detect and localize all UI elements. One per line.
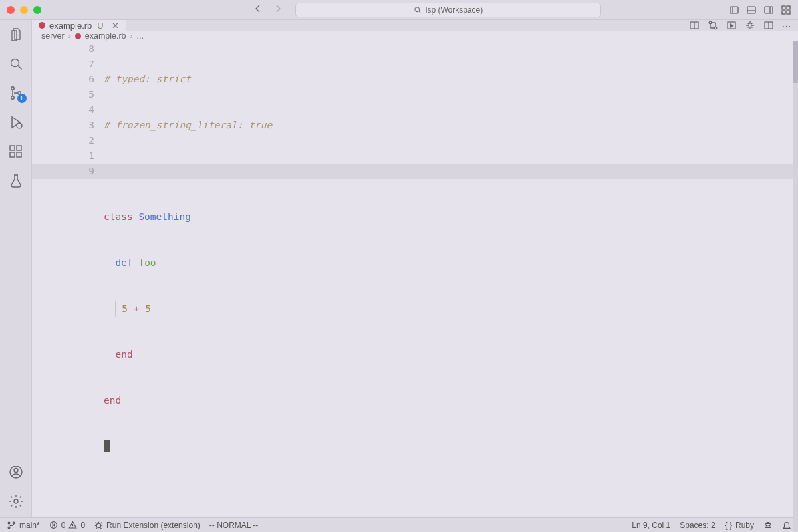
svg-point-8 (11, 59, 19, 67)
svg-point-10 (11, 96, 13, 99)
chevron-right-icon: › (68, 31, 71, 41)
command-center-text: lsp (Workspace) (426, 5, 483, 15)
accounts-icon[interactable] (8, 464, 24, 480)
search-activity-icon[interactable] (8, 56, 24, 72)
layout-bottom-icon[interactable] (746, 5, 757, 15)
ruby-file-icon (39, 22, 45, 29)
svg-rect-13 (10, 146, 15, 150)
layout-right-icon[interactable] (763, 5, 774, 15)
tab-filename: example.rb (49, 21, 92, 31)
window-controls (7, 6, 41, 14)
svg-point-25 (8, 522, 10, 524)
svg-rect-3 (765, 7, 773, 13)
more-actions-icon[interactable]: ··· (782, 21, 791, 31)
svg-rect-1 (730, 7, 738, 13)
source-control-icon[interactable]: 1 (8, 85, 24, 101)
svg-point-27 (13, 522, 15, 524)
svg-point-22 (714, 27, 717, 29)
activity-bar: 1 (0, 20, 32, 517)
git-compare-icon[interactable] (708, 20, 718, 31)
explorer-icon[interactable] (8, 27, 24, 43)
tab-modified-marker: U (97, 21, 103, 31)
breadcrumb-root[interactable]: server (41, 31, 65, 41)
svg-rect-5 (787, 6, 790, 9)
svg-point-0 (415, 7, 420, 11)
ruby-file-icon (75, 33, 81, 39)
minimap[interactable] (793, 41, 798, 531)
svg-rect-4 (782, 6, 785, 9)
split-editor-icon[interactable] (763, 20, 774, 31)
block-cursor (104, 440, 110, 452)
layout-left-icon[interactable] (729, 5, 739, 15)
scrollbar-thumb[interactable] (793, 41, 798, 83)
editor-area: example.rb U ✕ ··· server › example.rb ›… (32, 20, 798, 517)
settings-gear-icon[interactable] (8, 493, 24, 509)
extensions-icon[interactable] (8, 144, 24, 160)
nav-forward-icon[interactable] (273, 3, 283, 16)
svg-point-19 (14, 499, 18, 503)
code-content[interactable]: # typed: strict # frozen_string_literal:… (104, 41, 793, 531)
titlebar: lsp (Workspace) (0, 0, 798, 20)
breadcrumb-file[interactable]: example.rb (85, 31, 126, 41)
testing-icon[interactable] (8, 173, 24, 189)
scm-badge: 1 (17, 94, 27, 103)
svg-rect-15 (17, 152, 21, 157)
tab-bar: example.rb U ✕ ··· (32, 20, 798, 31)
branch-icon (7, 521, 16, 530)
chevron-right-icon: › (130, 31, 133, 41)
breadcrumbs[interactable]: server › example.rb › ... (32, 31, 798, 41)
svg-point-18 (14, 469, 18, 473)
compare-changes-icon[interactable] (689, 20, 700, 31)
maximize-window-icon[interactable] (33, 6, 41, 14)
run-debug-icon[interactable] (8, 114, 24, 130)
search-icon (414, 6, 422, 14)
run-file-icon[interactable] (726, 20, 737, 31)
svg-point-9 (11, 87, 13, 90)
svg-rect-16 (17, 146, 21, 150)
svg-rect-2 (747, 7, 755, 13)
command-center[interactable]: lsp (Workspace) (295, 3, 601, 17)
svg-point-21 (709, 21, 712, 24)
breadcrumb-tail[interactable]: ... (137, 31, 144, 41)
close-window-icon[interactable] (7, 6, 15, 14)
tab-close-icon[interactable]: ✕ (112, 21, 119, 31)
svg-rect-6 (782, 11, 785, 14)
nav-back-icon[interactable] (253, 3, 263, 16)
tab-example-rb[interactable]: example.rb U ✕ (32, 20, 126, 31)
code-editor[interactable]: 876 543 219 # typed: strict # frozen_str… (32, 41, 798, 531)
svg-rect-7 (787, 11, 790, 14)
sparkle-icon[interactable] (745, 20, 755, 31)
svg-rect-14 (10, 152, 15, 157)
layout-customize-icon[interactable] (781, 5, 791, 15)
line-gutter: 876 543 219 (32, 41, 104, 531)
svg-point-12 (17, 123, 22, 128)
svg-point-26 (8, 527, 10, 529)
minimize-window-icon[interactable] (20, 6, 28, 14)
